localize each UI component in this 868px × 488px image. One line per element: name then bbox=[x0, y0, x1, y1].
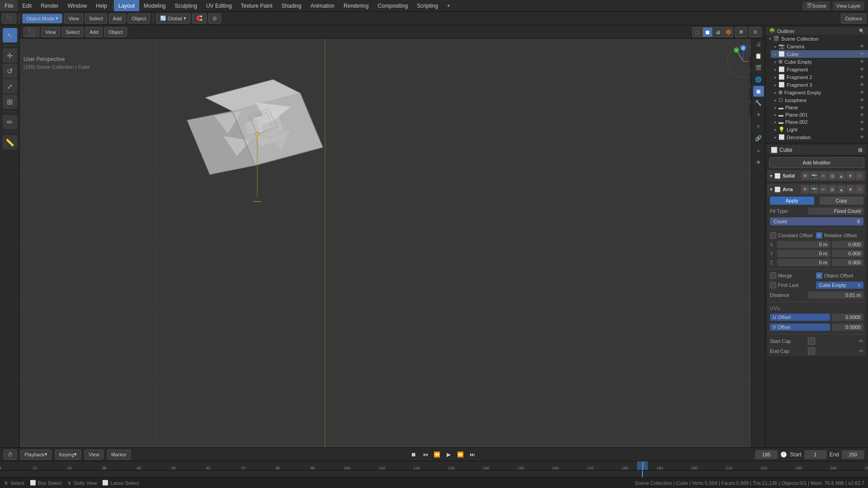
scene-selector[interactable]: 🎬 Scene bbox=[802, 1, 830, 10]
outliner-item-plane001[interactable]: ▸ ▬ Plane.001 👁 bbox=[771, 111, 868, 118]
array-cage-btn[interactable]: ⊞ bbox=[828, 185, 836, 193]
end-cap-value[interactable] bbox=[808, 347, 815, 355]
workspace-modeling[interactable]: Modeling bbox=[139, 0, 170, 11]
stop-btn[interactable]: ⏹ bbox=[408, 449, 419, 460]
play-btn[interactable]: ▶ bbox=[443, 449, 454, 460]
y-right-value[interactable]: 0.000 bbox=[832, 250, 863, 257]
menu-window[interactable]: Window bbox=[63, 0, 91, 11]
cube-empty-clear-icon[interactable]: ✕ bbox=[857, 283, 861, 288]
view-layer-selector[interactable]: View Layer bbox=[833, 1, 864, 10]
object-offset-checkbox[interactable] bbox=[816, 272, 822, 279]
material-props-icon[interactable]: ◈ bbox=[753, 156, 764, 167]
options-btn[interactable]: Options bbox=[841, 14, 866, 23]
object-menu-btn[interactable]: Object bbox=[127, 14, 150, 23]
outliner-item-camera[interactable]: ▸ 📷 Camera 👁 bbox=[771, 42, 868, 50]
outliner-filter-icon[interactable]: 🔍 bbox=[859, 28, 864, 33]
solidify-edit-btn[interactable]: ✏ bbox=[819, 172, 827, 180]
object-props-icon[interactable]: ▣ bbox=[753, 86, 764, 97]
workspace-animation[interactable]: Animation bbox=[306, 0, 339, 11]
rendered-shading-btn[interactable]: 🔆 bbox=[723, 27, 733, 37]
3d-viewport[interactable]: ⬛ View Select Add Object ◻ ◼ ◕ 🔆 ⊕ ⊙ bbox=[20, 25, 765, 447]
viewport-view-menu[interactable]: View bbox=[41, 27, 60, 37]
menu-edit[interactable]: Edit bbox=[18, 0, 36, 11]
visibility-eye[interactable]: 👁 bbox=[860, 75, 864, 80]
distance-value[interactable]: 0.01 m bbox=[808, 291, 863, 299]
outliner-item-fragment3[interactable]: ▸ ⬜ Fragment 3 👁 bbox=[771, 81, 868, 89]
outliner-item-decoration[interactable]: ▸ ⬜ Decoration 👁 bbox=[771, 133, 868, 141]
proportional-edit-btn[interactable]: ◎ bbox=[208, 14, 221, 23]
menu-file[interactable]: File bbox=[0, 0, 18, 11]
scene-props-icon[interactable]: 🎬 bbox=[753, 62, 764, 73]
select-menu-btn[interactable]: Select bbox=[85, 14, 107, 23]
wireframe-shading-btn[interactable]: ◻ bbox=[692, 27, 702, 37]
array-delete-btn[interactable]: ✕ bbox=[855, 185, 863, 193]
scale-tool[interactable]: ⤢ bbox=[3, 79, 17, 94]
outliner-item-fragment2[interactable]: ▸ ⬜ Fragment 2 👁 bbox=[771, 73, 868, 81]
output-props-icon[interactable]: 🖨 bbox=[753, 39, 764, 50]
solidify-down-btn[interactable]: ▼ bbox=[846, 172, 854, 180]
current-frame-field[interactable]: 185 bbox=[755, 450, 778, 459]
annotate-tool[interactable]: ✏ bbox=[3, 115, 17, 129]
x-right-value[interactable]: 0.000 bbox=[832, 241, 863, 248]
particles-props-icon[interactable]: ✦ bbox=[753, 109, 764, 120]
workspace-shading[interactable]: Shading bbox=[277, 0, 306, 11]
scene-collection-item[interactable]: ▾ 🎬 Scene Collection bbox=[765, 35, 868, 42]
x-left-value[interactable]: 0 m bbox=[777, 241, 830, 248]
mode-select-btn[interactable]: Object Mode ▾ bbox=[22, 14, 62, 23]
workspace-texture-paint[interactable]: Texture Paint bbox=[236, 0, 277, 11]
solidify-realtime-btn[interactable]: 👁 bbox=[801, 172, 809, 180]
scene-collapse-arrow[interactable]: ▾ bbox=[769, 37, 771, 41]
keying-menu[interactable]: Keying ▾ bbox=[55, 450, 81, 460]
outliner-item-cube[interactable]: ▸ ⬜ Cube 👁 bbox=[771, 50, 868, 58]
menu-help[interactable]: Help bbox=[91, 0, 112, 11]
z-left-value[interactable]: 0 m bbox=[777, 259, 830, 266]
visibility-eye[interactable]: 👁 bbox=[860, 82, 864, 87]
viewport-select-menu[interactable]: Select bbox=[62, 27, 84, 37]
outliner-item-icosphere[interactable]: ▸ ⬡ Icosphere 👁 bbox=[771, 96, 868, 104]
end-frame-field[interactable]: 250 bbox=[842, 450, 864, 459]
material-shading-btn[interactable]: ◕ bbox=[713, 27, 723, 37]
step-back-btn[interactable]: ⏪ bbox=[432, 449, 443, 460]
solid-shading-btn[interactable]: ◼ bbox=[703, 27, 712, 37]
visibility-eye[interactable]: 👁 bbox=[860, 98, 864, 103]
outliner-item-fragment[interactable]: ▸ ⬜ Fragment 👁 bbox=[771, 66, 868, 73]
timeline-editor-icon[interactable]: ⏱ bbox=[4, 450, 17, 460]
gizmo-toggle[interactable]: ⊕ bbox=[735, 27, 747, 37]
viewport-editor-type[interactable]: ⬛ bbox=[24, 27, 39, 37]
transform-tool[interactable]: ⊞ bbox=[3, 94, 17, 109]
apply-button[interactable]: Apply bbox=[770, 197, 814, 205]
first-last-checkbox[interactable] bbox=[770, 282, 776, 288]
constraints-props-icon[interactable]: 🔗 bbox=[753, 133, 764, 144]
workspace-sculpting[interactable]: Sculpting bbox=[170, 0, 202, 11]
jump-end-btn[interactable]: ⏭ bbox=[467, 449, 478, 460]
v-offset-value[interactable]: 0.0000 bbox=[832, 324, 863, 331]
array-edit-btn[interactable]: ✏ bbox=[819, 185, 827, 193]
select-tool[interactable]: ↖ bbox=[3, 28, 17, 42]
cube-empty-selector[interactable]: Cube Empty ✕ bbox=[816, 282, 863, 289]
v-offset-field[interactable]: V Offset bbox=[770, 324, 830, 331]
z-right-value[interactable]: 0.000 bbox=[832, 259, 863, 266]
outliner-item-plane[interactable]: ▸ ▬ Plane 👁 bbox=[771, 104, 868, 111]
viewport-canvas[interactable]: User Perspective (185) Scene Collection … bbox=[20, 39, 765, 447]
solidify-cage-btn[interactable]: ⊞ bbox=[828, 172, 836, 180]
visibility-eye[interactable]: 👁 bbox=[860, 127, 864, 132]
solidify-delete-btn[interactable]: ✕ bbox=[855, 172, 863, 180]
workspace-layout[interactable]: Layout bbox=[114, 0, 139, 11]
visibility-eye[interactable]: 👁 bbox=[860, 135, 864, 140]
relative-offset-checkbox[interactable] bbox=[816, 232, 822, 239]
solidify-up-btn[interactable]: ▲ bbox=[837, 172, 845, 180]
u-offset-value[interactable]: 0.0000 bbox=[832, 314, 863, 321]
start-frame-field[interactable]: 1 bbox=[804, 450, 827, 459]
outliner-item-cube-empty[interactable]: ▸ ⊞ Cube Empty 👁 bbox=[771, 58, 868, 66]
outliner-item-plane002[interactable]: ▸ ▬ Plane.002 👁 bbox=[771, 118, 868, 126]
copy-button[interactable]: Copy bbox=[820, 197, 864, 205]
visibility-eye[interactable]: 👁 bbox=[860, 113, 864, 117]
y-left-value[interactable]: 0 m bbox=[777, 250, 830, 257]
visibility-eye[interactable]: 👁 bbox=[860, 67, 864, 72]
add-modifier-button[interactable]: Add Modifier bbox=[769, 157, 864, 168]
visibility-eye[interactable]: 👁 bbox=[860, 120, 864, 125]
move-tool[interactable]: ✛ bbox=[3, 48, 17, 63]
u-offset-field[interactable]: U Offset bbox=[770, 314, 830, 321]
step-forward-btn[interactable]: ⏩ bbox=[455, 449, 466, 460]
snap-btn[interactable]: 🧲 bbox=[192, 14, 207, 23]
